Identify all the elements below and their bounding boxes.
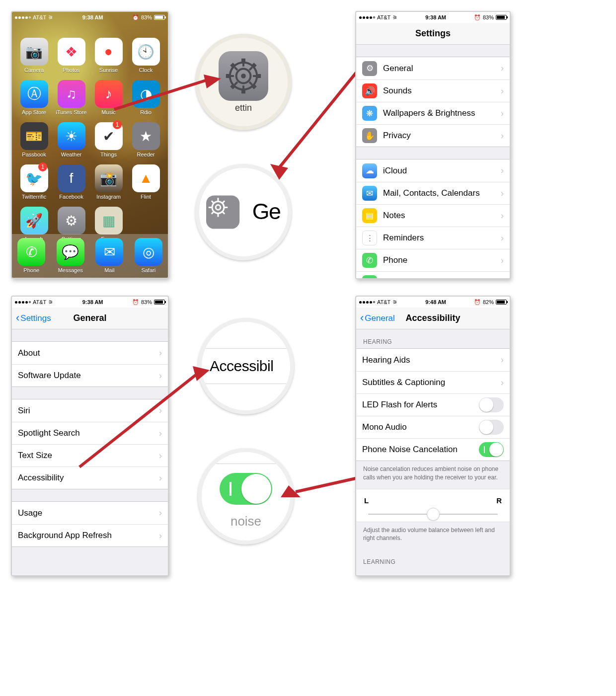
app-label: Twitterrific <box>22 194 47 200</box>
chevron-right-icon: › <box>159 473 162 483</box>
svg-line-7 <box>278 65 363 169</box>
nav-bar: ‹General Accessibility <box>356 308 510 329</box>
chevron-right-icon: › <box>501 63 504 74</box>
carrier-label: AT&T <box>33 14 46 20</box>
chevron-right-icon: › <box>501 278 504 279</box>
toggle-switch[interactable] <box>479 397 504 412</box>
settings-row-sounds[interactable]: 🔊Sounds› <box>356 79 510 102</box>
battery-icon <box>496 15 507 20</box>
notification-badge: 1 <box>113 120 122 129</box>
app-reeder[interactable]: ★Reeder <box>129 122 163 157</box>
row-label: Phone Noise Cancelation <box>362 445 473 455</box>
nav-bar: ‹Settings General <box>12 308 168 329</box>
app-label: Messages <box>58 267 83 273</box>
app-passbook[interactable]: 🎫Passbook <box>17 122 51 157</box>
app-label: Camera <box>24 67 44 73</box>
accessibility-row-led-flash-for-alerts[interactable]: LED Flash for Alerts <box>356 393 510 416</box>
app-sunrise[interactable]: ●Sunrise <box>91 38 126 73</box>
accessibility-row-mono-audio[interactable]: Mono Audio <box>356 416 510 438</box>
chevron-right-icon: › <box>501 355 504 365</box>
app-things[interactable]: ✔1Things <box>91 122 126 157</box>
chevron-left-icon: ‹ <box>360 312 364 323</box>
back-label: General <box>365 313 394 323</box>
home-screen-phone: AT&T ⚞ 9:38 AM ⏰ 83% 📷Camera❖Photos●Sunr… <box>11 11 169 279</box>
app-tile: 📷 <box>20 38 48 66</box>
app-tile: ▦ <box>95 207 123 234</box>
balance-slider[interactable] <box>368 514 498 515</box>
settings-list[interactable]: ⚙General›🔊Sounds›❋Wallpapers & Brightnes… <box>356 45 510 278</box>
general-row-background-app-refresh[interactable]: Background App Refresh› <box>12 524 168 546</box>
app-messages[interactable]: 💬Messages <box>57 238 84 273</box>
app-label: Weather <box>61 152 81 157</box>
settings-row-mail-contacts-calendars[interactable]: ✉Mail, Contacts, Calendars› <box>356 182 510 204</box>
row-label: Privacy <box>383 131 495 141</box>
row-icon: ✉ <box>362 186 377 201</box>
general-row-about[interactable]: About› <box>12 342 168 364</box>
gear-icon <box>206 195 239 229</box>
settings-row-messages[interactable]: ●Messages› <box>356 271 510 278</box>
accessibility-row-hearing-aids[interactable]: Hearing Aids› <box>356 349 510 371</box>
app-tile: ▲ <box>132 164 160 192</box>
toggle-switch[interactable] <box>479 420 504 435</box>
app-label: Clock <box>139 67 153 73</box>
app-app-store[interactable]: ⒶApp Store <box>17 80 51 115</box>
settings-row-general[interactable]: ⚙General› <box>356 57 510 79</box>
battery-pct: 83% <box>141 299 152 305</box>
settings-row-wallpapers-brightness[interactable]: ❋Wallpapers & Brightness› <box>356 102 510 124</box>
status-bar: AT&T⚞ 9:48 AM ⏰82% <box>356 297 510 308</box>
chevron-right-icon: › <box>501 188 504 199</box>
settings-row-phone[interactable]: ✆Phone› <box>356 249 510 271</box>
notification-badge: 1 <box>38 162 47 171</box>
app-flint[interactable]: ▲Flint <box>129 164 163 200</box>
row-label: Background App Refresh <box>18 531 153 541</box>
app-tile: ❖ <box>58 38 85 66</box>
app-phone[interactable]: ✆Phone <box>17 238 45 273</box>
back-button[interactable]: ‹General <box>360 313 395 323</box>
slider-thumb[interactable] <box>427 508 440 521</box>
row-label: iCloud <box>383 166 495 176</box>
back-button[interactable]: ‹Settings <box>16 313 51 323</box>
app-twitterrific[interactable]: 🐦1Twitterrific <box>17 164 51 200</box>
settings-row-privacy[interactable]: ✋Privacy› <box>356 124 510 147</box>
settings-row-reminders[interactable]: ⋮Reminders› <box>356 227 510 249</box>
app-tile: ◎ <box>135 238 162 266</box>
chevron-right-icon: › <box>501 131 504 141</box>
app-itunes-store[interactable]: ♫iTunes Store <box>54 80 88 115</box>
app-instagram[interactable]: 📸Instagram <box>91 164 126 200</box>
app-safari[interactable]: ◎Safari <box>135 238 162 273</box>
app-tile: ⚙ <box>58 207 85 234</box>
alarm-icon: ⏰ <box>474 299 481 306</box>
app-camera[interactable]: 📷Camera <box>17 38 51 73</box>
app-mail[interactable]: ✉Mail <box>95 238 123 273</box>
arrow-icon <box>79 365 209 469</box>
app-photos[interactable]: ❖Photos <box>54 38 88 73</box>
toggle-switch-on[interactable] <box>220 473 272 505</box>
app-facebook[interactable]: fFacebook <box>54 164 88 200</box>
nav-bar: Settings <box>356 23 510 45</box>
app-weather[interactable]: ☀Weather <box>54 122 88 157</box>
row-label: Mono Audio <box>362 422 473 432</box>
row-label: LED Flash for Alerts <box>362 400 473 410</box>
accessibility-row-phone-noise-cancelation[interactable]: Phone Noise Cancelation <box>356 438 510 461</box>
app-label: Music <box>101 109 116 115</box>
toggle-switch[interactable] <box>479 442 504 457</box>
general-row-usage[interactable]: Usage› <box>12 502 168 524</box>
battery-icon <box>154 15 165 20</box>
settings-row-notes[interactable]: ▤Notes› <box>356 204 510 227</box>
settings-screen-phone: AT&T⚞ 9:38 AM ⏰83% Settings ⚙General›🔊So… <box>355 11 511 279</box>
app-clock[interactable]: 🕙Clock <box>129 38 163 73</box>
row-label: Reminders <box>383 233 495 243</box>
accessibility-list[interactable]: HEARING Hearing Aids›Subtitles & Caption… <box>356 329 510 575</box>
chevron-right-icon: › <box>501 378 504 388</box>
back-label: Settings <box>20 313 51 323</box>
app-tile: ✆ <box>17 238 45 266</box>
row-icon: 🔊 <box>362 83 377 98</box>
accessibility-screen-phone: AT&T⚞ 9:48 AM ⏰82% ‹General Accessibilit… <box>355 296 511 576</box>
general-row-accessibility[interactable]: Accessibility› <box>12 466 168 489</box>
settings-row-icloud[interactable]: ☁iCloud› <box>356 159 510 182</box>
slider-note: Adjust the audio volume balance between … <box>356 522 510 550</box>
svg-marker-8 <box>270 164 288 180</box>
chevron-right-icon: › <box>501 233 504 243</box>
accessibility-row-subtitles-captioning[interactable]: Subtitles & Captioning› <box>356 371 510 393</box>
magnifier-general-label: Ge <box>252 199 281 225</box>
